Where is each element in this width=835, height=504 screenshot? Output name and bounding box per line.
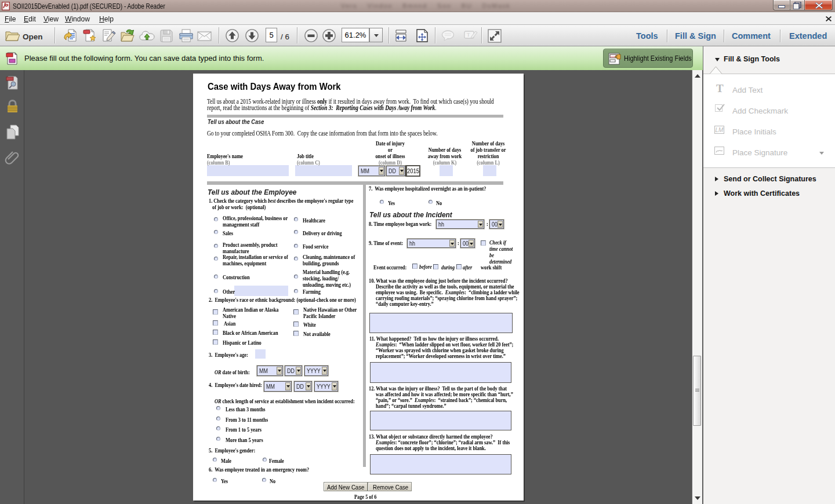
svg-text:T: T — [467, 32, 470, 38]
